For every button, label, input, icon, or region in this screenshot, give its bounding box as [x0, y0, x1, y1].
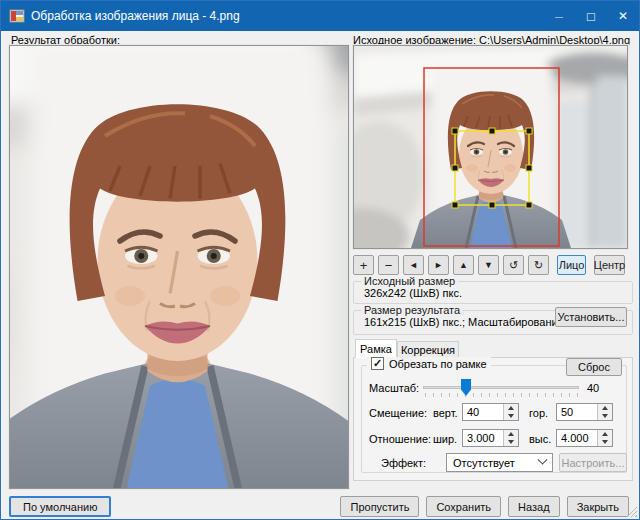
scale-label: Масштаб: [369, 382, 419, 394]
ratio-height-spinner[interactable] [556, 429, 613, 447]
offset-horiz-input[interactable] [557, 404, 597, 420]
ratio-width-input[interactable] [463, 430, 503, 446]
offset-horiz-down-button[interactable] [598, 412, 612, 420]
offset-vert-down-button[interactable] [504, 412, 518, 420]
effect-label: Эффект: [381, 457, 426, 469]
source-size-value: 326x242 (ШхВ) пкс. [364, 287, 462, 299]
offset-label: Смещение: [369, 407, 427, 419]
arrow-down-icon: ▼ [484, 260, 493, 270]
ratio-height-down-button[interactable] [598, 438, 612, 446]
minus-icon: − [385, 259, 393, 272]
arrow-left-icon: ◄ [409, 260, 418, 270]
result-size-group: Размер результата 161x215 (ШхВ) пкс.; Ма… [353, 310, 633, 335]
plus-icon: + [360, 259, 368, 272]
scale-slider-ticks [425, 393, 579, 397]
effect-dropdown[interactable]: Отсутствует [446, 453, 553, 472]
ratio-height-input[interactable] [557, 430, 597, 446]
minimize-icon: – [555, 8, 563, 24]
close-icon: ✕ [618, 9, 628, 23]
maximize-icon: □ [587, 9, 595, 24]
rotate-ccw-icon: ↺ [509, 259, 518, 272]
offset-horiz-spinner[interactable] [556, 403, 613, 421]
footer-buttons: Пропустить Сохранить Назад Закрыть [340, 496, 629, 517]
tab-correction[interactable]: Коррекция [397, 341, 459, 358]
maximize-button[interactable]: □ [575, 1, 607, 31]
effect-value: Отсутствует [453, 457, 515, 469]
back-button[interactable]: Назад [508, 496, 560, 517]
face-button[interactable]: Лицо [557, 255, 586, 275]
offset-vert-label: верт. [433, 407, 458, 419]
source-image-panel[interactable] [353, 45, 628, 249]
center-button[interactable]: Центр [594, 255, 625, 275]
save-button[interactable]: Сохранить [426, 496, 501, 517]
ratio-width-label: шир. [433, 433, 457, 445]
rotate-cw-button[interactable]: ↻ [528, 255, 549, 275]
close-button[interactable]: ✕ [607, 1, 639, 31]
move-down-button[interactable]: ▼ [478, 255, 499, 275]
reset-button[interactable]: Сброс [566, 358, 622, 376]
crop-checkbox[interactable]: ✓ [371, 357, 384, 370]
ratio-width-spinner[interactable] [462, 429, 519, 447]
zoom-out-button[interactable]: − [378, 255, 399, 275]
move-left-button[interactable]: ◄ [403, 255, 424, 275]
default-button[interactable]: По умолчанию [9, 496, 111, 517]
offset-vert-input[interactable] [463, 404, 503, 420]
minimize-button[interactable]: – [543, 1, 575, 31]
offset-horiz-up-button[interactable] [598, 404, 612, 412]
move-right-button[interactable]: ► [428, 255, 449, 275]
offset-vert-up-button[interactable] [504, 404, 518, 412]
skip-button[interactable]: Пропустить [340, 496, 419, 517]
check-icon: ✓ [373, 358, 382, 369]
ratio-width-up-button[interactable] [504, 430, 518, 438]
chevron-down-icon [538, 455, 548, 465]
window-title: Обработка изображения лица - 4.png [31, 9, 240, 23]
crop-checkbox-row[interactable]: ✓ Обрезать по рамке [367, 357, 491, 370]
set-size-button[interactable]: Установить... [555, 307, 627, 327]
ratio-width-down-button[interactable] [504, 438, 518, 446]
rotate-cw-icon: ↻ [534, 259, 543, 272]
ratio-label: Отношение: [369, 433, 431, 445]
source-image [354, 46, 627, 248]
arrow-up-icon: ▲ [459, 260, 468, 270]
result-size-title: Размер результата [361, 304, 463, 316]
ratio-height-up-button[interactable] [598, 430, 612, 438]
result-image-panel [9, 45, 349, 489]
arrow-right-icon: ► [434, 260, 443, 270]
offset-horiz-label: гор. [529, 407, 548, 419]
move-up-button[interactable]: ▲ [453, 255, 474, 275]
rotate-ccw-button[interactable]: ↺ [503, 255, 524, 275]
app-window: Обработка изображения лица - 4.png – □ ✕… [0, 0, 640, 520]
source-size-title: Исходный размер [361, 275, 458, 287]
crop-checkbox-label: Обрезать по рамке [389, 358, 487, 370]
title-bar[interactable]: Обработка изображения лица - 4.png – □ ✕ [1, 1, 639, 31]
scale-value: 40 [587, 382, 599, 394]
image-toolbar: + − ◄ ► ▲ ▼ ↺ ↻ Лицо Центр [353, 255, 633, 275]
tab-frame[interactable]: Рамка [355, 339, 397, 358]
result-image [10, 46, 348, 488]
ratio-height-label: выс. [529, 433, 551, 445]
offset-vert-spinner[interactable] [462, 403, 519, 421]
configure-effect-button[interactable]: Настроить... [559, 453, 627, 472]
app-icon [9, 8, 25, 24]
close-action-button[interactable]: Закрыть [567, 496, 629, 517]
scale-slider[interactable] [423, 386, 579, 389]
zoom-in-button[interactable]: + [353, 255, 374, 275]
source-size-group: Исходный размер 326x242 (ШхВ) пкс. [353, 281, 633, 304]
